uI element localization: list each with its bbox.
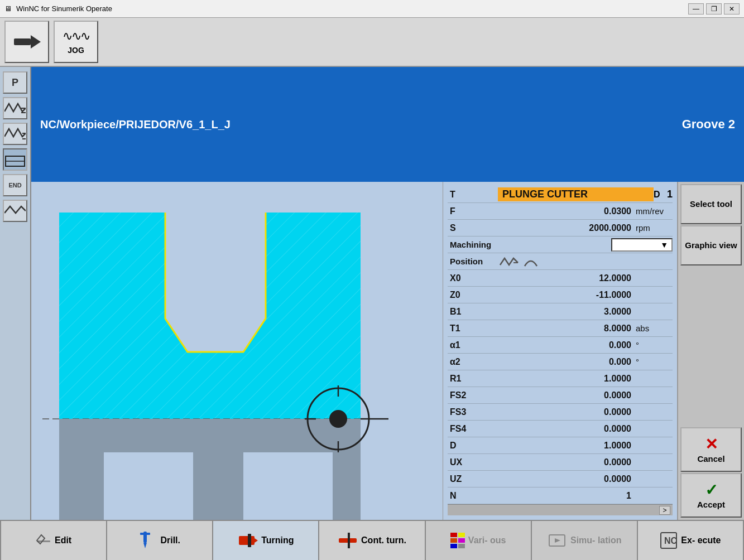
machining-dropdown-box[interactable]: ▼: [611, 238, 673, 252]
cont-turn-button[interactable]: Cont. turn.: [319, 521, 425, 560]
edit-button[interactable]: Edit: [0, 521, 107, 560]
arrow-tool-button[interactable]: [4, 21, 49, 63]
svg-marker-12: [165, 213, 266, 352]
close-button[interactable]: ✕: [724, 3, 740, 15]
graphic-view-button[interactable]: Graphic view: [680, 225, 742, 265]
svg-marker-30: [255, 538, 258, 543]
breadcrumb-path: NC/Workpiece/PRIJEDOR/V6_1_L_J: [40, 118, 682, 131]
content-area: T PLUNGE CUTTER D 1 F 0.0300 mm/rev S: [31, 182, 744, 520]
t1-unit: abs: [633, 324, 673, 333]
edit-icon: [36, 533, 51, 548]
position-icon1[interactable]: [498, 254, 519, 269]
drill-button[interactable]: Drill.: [107, 521, 213, 560]
select-tool-button[interactable]: Select tool: [680, 184, 742, 224]
turning-label: Turning: [261, 535, 294, 545]
simulation-button[interactable]: Simu- lation: [532, 521, 638, 560]
sidebar-spacer: [680, 267, 742, 426]
active-icon: [4, 152, 26, 167]
svg-marker-1: [31, 35, 41, 49]
simulation-icon: [547, 530, 567, 551]
vari-ous-button[interactable]: Vari- ous: [426, 521, 532, 560]
center-content: NC/Workpiece/PRIJEDOR/V6_1_L_J Groove 2: [31, 67, 744, 520]
sidebar-item-end[interactable]: END: [3, 174, 27, 196]
d-value: 1: [667, 189, 673, 200]
fs3-value: 0.0000: [498, 407, 633, 417]
z0-label: Z0: [448, 290, 498, 300]
content-wrapper: P: [0, 67, 744, 520]
svg-marker-35: [555, 538, 560, 543]
simulation-label: Simu- lation: [570, 535, 622, 545]
wave1-icon: [4, 100, 26, 116]
svg-marker-25: [37, 535, 45, 544]
svg-marker-28: [143, 543, 147, 548]
fs4-value: 0.0000: [498, 424, 633, 434]
svg-text:NC: NC: [664, 536, 678, 545]
arrow-icon: [13, 31, 41, 53]
param-row-r1: R1 1.0000: [448, 370, 673, 387]
a2-unit: °: [633, 357, 673, 366]
s-value: 2000.0000: [498, 223, 633, 233]
toolbar: ∿∿∿ JOG: [0, 18, 744, 67]
param-row-b1: B1 3.0000: [448, 303, 673, 320]
title-bar: 🖥 WinNC for Sinumerik Operate — ❐ ✕: [0, 0, 744, 18]
accept-icon: ✓: [705, 481, 718, 500]
param-row-uz: UZ 0.0000: [448, 471, 673, 487]
jog-button[interactable]: ∿∿∿ JOG: [54, 21, 98, 63]
s-label: S: [448, 223, 498, 233]
param-row-f: F 0.0300 mm/rev: [448, 203, 673, 220]
edit-label: Edit: [55, 535, 71, 545]
graphic-view-label: Graphic view: [685, 240, 737, 250]
d-label: D: [654, 190, 667, 200]
param-row-fs2: FS2 0.0000: [448, 387, 673, 404]
cont-turn-icon: [338, 530, 358, 551]
execute-icon: NC: [660, 532, 678, 549]
cancel-icon: ✕: [705, 435, 718, 454]
ux-value: 0.0000: [498, 457, 633, 467]
minimize-button[interactable]: —: [688, 3, 704, 15]
right-sidebar: Select tool Graphic view ✕ Cancel ✓ Acce…: [677, 182, 744, 520]
execute-button[interactable]: NC Ex- ecute: [638, 521, 744, 560]
position-icons: [498, 254, 539, 269]
turning-button[interactable]: Turning: [213, 521, 319, 560]
sidebar-item-wave1[interactable]: [3, 97, 27, 119]
jog-label: JOG: [68, 46, 84, 55]
sidebar-item-p[interactable]: P: [3, 71, 27, 94]
param-row-d2: D 1.0000: [448, 437, 673, 454]
param-row-t1: T1 8.0000 abs: [448, 320, 673, 337]
f-label: F: [448, 206, 498, 216]
sidebar-item-wave3[interactable]: [3, 200, 27, 222]
window-controls: — ❐ ✕: [688, 3, 740, 15]
sidebar-item-wave2[interactable]: [3, 123, 27, 145]
b1-value: 3.0000: [498, 307, 633, 317]
f-unit: mm/rev: [633, 206, 673, 216]
uz-value: 0.0000: [498, 474, 633, 484]
ux-label: UX: [448, 457, 498, 467]
param-row-s: S 2000.0000 rpm: [448, 220, 673, 236]
cancel-button[interactable]: ✕ Cancel: [680, 427, 742, 472]
s-unit: rpm: [633, 223, 673, 233]
svg-rect-27: [140, 533, 150, 535]
machining-dropdown[interactable]: ▼: [498, 238, 673, 252]
t1-value: 8.0000: [498, 324, 633, 334]
end-label: END: [8, 182, 21, 189]
param-row-fs3: FS3 0.0000: [448, 404, 673, 421]
a1-unit: °: [633, 340, 673, 350]
accept-button[interactable]: ✓ Accept: [680, 473, 742, 518]
restore-button[interactable]: ❐: [706, 3, 722, 15]
scroll-right-button[interactable]: >: [659, 506, 670, 515]
param-row-z0: Z0 -11.0000: [448, 287, 673, 303]
position-label: Position: [448, 257, 498, 266]
a1-label: α1: [448, 340, 498, 350]
bottom-bar: Edit Drill. Turning Cont. turn.: [0, 520, 744, 560]
param-row-t: T PLUNGE CUTTER D 1: [448, 186, 673, 203]
param-row-machining: Machining ▼: [448, 236, 673, 253]
param-row-ux: UX 0.0000: [448, 454, 673, 471]
parameter-panel: T PLUNGE CUTTER D 1 F 0.0300 mm/rev S: [443, 182, 677, 520]
cont-turn-label: Cont. turn.: [361, 535, 406, 545]
svg-rect-15: [104, 452, 193, 520]
position-icon2[interactable]: [522, 254, 539, 269]
sidebar-item-active[interactable]: [3, 148, 27, 171]
execute-label: Ex- ecute: [681, 535, 721, 545]
param-row-x0: X0 12.0000: [448, 270, 673, 287]
b1-label: B1: [448, 307, 498, 317]
